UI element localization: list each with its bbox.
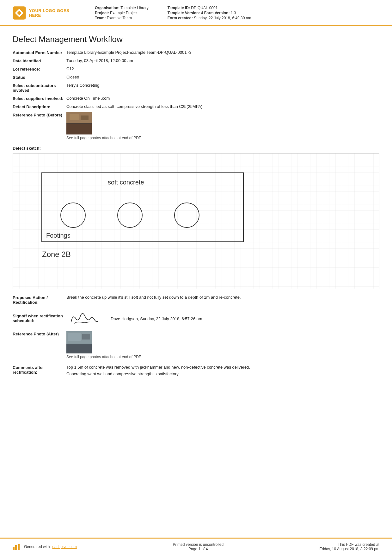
page-header: YOUR LOGO GOES HERE Organisation: Templa… [0, 0, 392, 26]
defect-description-value: Concrete classified as soft: compressive… [66, 104, 379, 109]
comments-line-2: Concreting went well and compressive str… [66, 371, 379, 376]
sketch-footings-text: Footings [46, 232, 70, 239]
reference-photo-after-value: See full page photos attached at end of … [66, 331, 379, 362]
lot-reference-value: C12 [66, 66, 379, 71]
subcontractors-row: Select subcontractors involved: Terry's … [13, 83, 379, 93]
lot-reference-label: Lot reference: [13, 66, 66, 72]
template-id-line: Template ID: DP-QUAL-0001 [168, 6, 251, 10]
defect-sketch-label: Defect sketch: [13, 146, 379, 151]
date-identified-row: Date identified Tuesday, 03 April 2018, … [13, 58, 379, 63]
comments-row: Comments after rectification: Top 1.5m o… [13, 365, 379, 376]
signoff-row: Signoff when rectification scheduled: Da… [13, 308, 379, 328]
lot-reference-row: Lot reference: C12 [13, 66, 379, 72]
footer-generated-text: Generated with [24, 545, 50, 549]
logo-box: YOUR LOGO GOES HERE [13, 6, 82, 20]
photo-after-thumbnail [66, 331, 92, 353]
project-line: Project: Example Project [95, 11, 149, 15]
footer-uncontrolled: Printed version is uncontrolled [173, 542, 224, 547]
logo-icon [13, 6, 26, 20]
sketch-circle-3 [174, 203, 199, 228]
main-content: Defect Management Workflow Automated For… [0, 26, 392, 538]
footer-right: This PDF was created at Friday, 10 Augus… [320, 542, 379, 551]
svg-rect-4 [81, 115, 89, 120]
footer-pdf-created-label: This PDF was created at [320, 542, 379, 547]
svg-rect-5 [66, 123, 92, 134]
svg-rect-14 [13, 547, 15, 550]
suppliers-value: Concrete On Time .com [66, 96, 379, 101]
signoff-text: Dave Hodgson, Sunday, 22 July 2018, 6:57… [111, 316, 202, 321]
status-row: Status Closed [13, 75, 379, 80]
defect-description-label: Defect Description: [13, 104, 66, 109]
status-value: Closed [66, 75, 379, 79]
reference-photo-before-row: Reference Photo (Before) [13, 112, 379, 143]
svg-rect-12 [66, 344, 92, 353]
reference-photo-before-value: See full page photos attached at end of … [66, 112, 379, 143]
footer-center: Printed version is uncontrolled Page 1 o… [173, 542, 224, 551]
defect-description-row: Defect Description: Concrete classified … [13, 104, 379, 109]
sketch-circle-1 [60, 203, 86, 228]
page: YOUR LOGO GOES HERE Organisation: Templa… [0, 0, 392, 555]
defect-sketch: soft concrete Footings Zone 2B [13, 153, 379, 289]
status-label: Status [13, 75, 66, 80]
svg-rect-10 [68, 333, 81, 341]
reference-photo-after-label: Reference Photo (After) [13, 331, 66, 336]
team-line: Team: Example Team [95, 16, 149, 20]
header-col-right: Template ID: DP-QUAL-0001 Template Versi… [168, 6, 251, 20]
reference-photo-after-row: Reference Photo (After) See f [13, 331, 379, 362]
automated-form-number-value: Template Library-Example Project-Example… [66, 50, 379, 55]
dashpivot-icon [13, 544, 21, 550]
date-identified-value: Tuesday, 03 April 2018, 12:00:00 am [66, 58, 379, 63]
comments-line-1: Top 1.5m of concrete was removed with ja… [66, 365, 379, 370]
svg-rect-3 [70, 114, 79, 120]
signoff-value: Dave Hodgson, Sunday, 22 July 2018, 6:57… [66, 308, 379, 328]
template-version-line: Template Version: 4 Form Version: 1.3 [168, 11, 251, 15]
date-identified-label: Date identified [13, 58, 66, 63]
proposed-action-value: Break the concrete up while it's still s… [66, 295, 379, 300]
sketch-zone-text: Zone 2B [42, 250, 71, 259]
automated-form-number-label: Automated Form Number [13, 50, 66, 55]
suppliers-label: Select suppliers involved: [13, 96, 66, 101]
photo-before-caption: See full page photos attached at end of … [66, 136, 141, 140]
automated-form-number-row: Automated Form Number Template Library-E… [13, 50, 379, 55]
logo-text: YOUR LOGO GOES HERE [29, 8, 82, 18]
sketch-soft-concrete-text: soft concrete [108, 179, 144, 186]
form-created-line: Form created: Sunday, 22 July 2018, 6:49… [168, 16, 251, 20]
photo-before-thumbnail [66, 112, 92, 134]
comments-value: Top 1.5m of concrete was removed with ja… [66, 365, 379, 376]
svg-rect-15 [15, 545, 17, 550]
subcontractors-value: Terry's Concreting [66, 83, 379, 88]
proposed-action-row: Proposed Action / Rectification: Break t… [13, 295, 379, 305]
header-meta: Organisation: Template Library Project: … [82, 6, 379, 20]
page-footer: Generated with dashpivot.com Printed ver… [0, 538, 392, 555]
svg-rect-11 [82, 334, 90, 340]
suppliers-row: Select suppliers involved: Concrete On T… [13, 96, 379, 101]
footer-pdf-created-date: Friday, 10 August 2018, 8:22:09 pm [320, 547, 379, 551]
doc-title: Defect Management Workflow [13, 34, 379, 44]
sketch-circle-2 [117, 203, 143, 228]
header-col-left: Organisation: Template Library Project: … [95, 6, 149, 20]
subcontractors-label: Select subcontractors involved: [13, 83, 66, 93]
dashpivot-link[interactable]: dashpivot.com [52, 545, 77, 549]
proposed-action-label: Proposed Action / Rectification: [13, 295, 66, 305]
signature-area: Dave Hodgson, Sunday, 22 July 2018, 6:57… [66, 309, 379, 328]
sketch-inner: soft concrete Footings Zone 2B [13, 153, 379, 289]
photo-after-caption: See full page photos attached at end of … [66, 355, 141, 359]
footer-page: Page 1 of 4 [173, 547, 224, 551]
svg-rect-16 [18, 544, 20, 550]
signature-image [66, 309, 101, 328]
comments-label: Comments after rectification: [13, 365, 66, 375]
footer-left: Generated with dashpivot.com [13, 544, 77, 550]
logo-area: YOUR LOGO GOES HERE [13, 6, 82, 20]
org-line: Organisation: Template Library [95, 6, 149, 10]
signoff-label: Signoff when rectification scheduled: [13, 313, 66, 323]
reference-photo-before-label: Reference Photo (Before) [13, 112, 66, 117]
